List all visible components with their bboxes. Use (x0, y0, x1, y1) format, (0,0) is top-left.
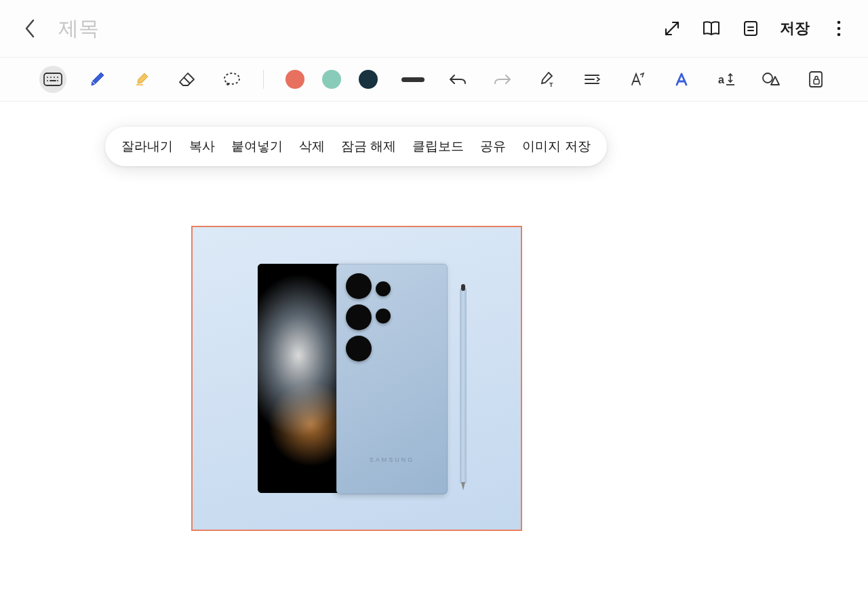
camera-lens (346, 273, 372, 299)
back-button[interactable] (19, 18, 41, 39)
s-pen (460, 287, 467, 483)
svg-text:a: a (718, 74, 724, 85)
svg-point-9 (54, 77, 55, 78)
page-icon (743, 20, 759, 37)
ctx-clipboard[interactable]: 클립보드 (412, 138, 464, 155)
expand-icon (663, 20, 681, 37)
shape-icon (762, 71, 781, 87)
camera-lens (346, 336, 372, 361)
brand-label: SAMSUNG (336, 456, 448, 463)
font-tool[interactable] (668, 66, 695, 93)
svg-point-24 (763, 73, 772, 83)
note-canvas[interactable]: 잘라내기 복사 붙여넣기 삭제 잠금 해제 클립보드 공유 이미지 저장 SAM… (0, 102, 868, 594)
ctx-cut[interactable]: 잘라내기 (121, 138, 173, 155)
chevron-left-icon (24, 19, 36, 38)
page-template-button[interactable] (741, 18, 761, 39)
camera-lens (376, 309, 391, 323)
color-dark[interactable] (355, 66, 382, 93)
more-vertical-icon (836, 20, 842, 37)
undo-button[interactable] (444, 66, 471, 93)
ctx-save-image[interactable]: 이미지 저장 (522, 138, 590, 155)
line-icon (401, 77, 425, 82)
svg-rect-13 (50, 80, 56, 81)
align-icon (583, 72, 601, 87)
color-swatch-dark (359, 70, 378, 89)
reading-mode-button[interactable] (701, 18, 722, 39)
image-content: SAMSUNG (193, 227, 521, 530)
save-button[interactable]: 저장 (780, 18, 810, 39)
undo-icon (448, 73, 467, 86)
camera-lens (376, 281, 391, 296)
line-thickness-tool[interactable] (399, 66, 427, 93)
svg-point-8 (50, 77, 52, 78)
svg-point-7 (47, 77, 48, 78)
lock-tool[interactable] (802, 66, 829, 93)
color-swatch-teal (322, 70, 341, 89)
phone-front (258, 264, 339, 493)
redo-button[interactable] (489, 66, 516, 93)
book-icon (702, 20, 721, 37)
handwriting-to-text-tool[interactable]: T (534, 66, 561, 93)
header-right: 저장 (662, 18, 849, 39)
context-menu: 잘라내기 복사 붙여넣기 삭제 잠금 해제 클립보드 공유 이미지 저장 (105, 127, 607, 166)
ctx-copy[interactable]: 복사 (189, 138, 215, 155)
svg-point-17 (226, 83, 229, 85)
highlighter-tool[interactable] (129, 66, 156, 93)
highlighter-icon (134, 71, 151, 88)
pen-icon (89, 71, 106, 88)
svg-point-16 (224, 73, 239, 84)
svg-rect-0 (745, 22, 757, 35)
toolbar: T a (0, 57, 868, 102)
fullscreen-button[interactable] (662, 18, 682, 39)
eraser-tool[interactable] (174, 66, 201, 93)
color-red[interactable] (281, 66, 309, 93)
header-left: 제목 (19, 15, 98, 43)
pen-to-text-icon: T (538, 71, 556, 88)
app-header: 제목 저장 (0, 0, 868, 57)
svg-rect-26 (814, 79, 819, 84)
svg-rect-6 (44, 73, 62, 85)
color-swatch-red (285, 70, 304, 89)
selected-image[interactable]: SAMSUNG (191, 226, 522, 531)
toolbar-separator (263, 70, 264, 89)
lasso-icon (222, 72, 241, 87)
eraser-icon (178, 72, 196, 87)
text-style-tool[interactable] (623, 66, 650, 93)
svg-line-15 (184, 77, 190, 83)
lasso-tool[interactable] (218, 66, 245, 93)
more-options-button[interactable] (829, 18, 849, 39)
toolbar-inner: T a (39, 66, 829, 93)
svg-rect-14 (136, 84, 143, 85)
text-size-tool[interactable]: a (713, 66, 740, 93)
shape-tool[interactable] (757, 66, 785, 93)
svg-point-4 (837, 27, 841, 31)
svg-point-11 (47, 80, 48, 81)
note-title-input[interactable]: 제목 (58, 15, 98, 43)
pen-tool[interactable] (84, 66, 111, 93)
ctx-delete[interactable]: 삭제 (299, 138, 325, 155)
color-teal[interactable] (318, 66, 345, 93)
font-style-icon (674, 71, 689, 87)
camera-lens (346, 304, 372, 330)
svg-point-5 (837, 33, 841, 37)
ctx-paste[interactable]: 붙여넣기 (231, 138, 283, 155)
lock-page-icon (808, 71, 824, 88)
phone-back: SAMSUNG (336, 264, 448, 494)
keyboard-tool[interactable] (39, 66, 66, 93)
phone-wallpaper (258, 264, 339, 493)
ctx-unlock[interactable]: 잠금 해제 (341, 138, 396, 155)
keyboard-icon (43, 73, 62, 86)
svg-point-10 (57, 77, 58, 78)
redo-icon (493, 73, 512, 86)
svg-point-3 (837, 21, 841, 24)
svg-text:T: T (549, 81, 553, 88)
text-size-icon: a (717, 71, 736, 87)
italic-text-icon (628, 71, 646, 87)
align-tool[interactable] (578, 66, 606, 93)
svg-point-12 (57, 80, 58, 81)
ctx-share[interactable]: 공유 (480, 138, 506, 155)
